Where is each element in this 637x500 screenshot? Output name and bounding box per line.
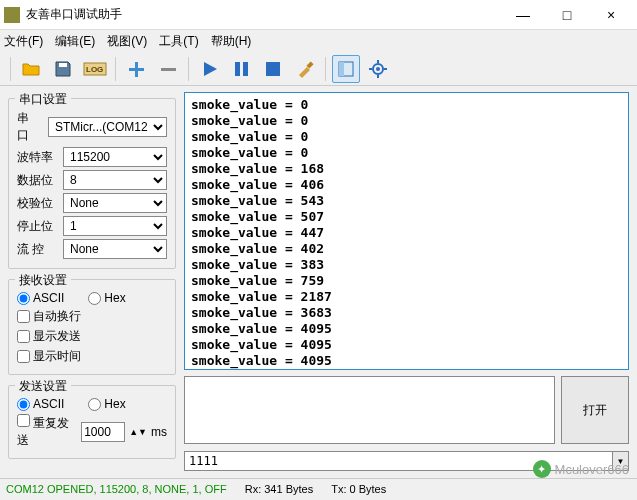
- titlebar: 友善串口调试助手 — □ ×: [0, 0, 637, 30]
- send-hex-radio[interactable]: Hex: [88, 397, 125, 411]
- showtime-check[interactable]: 显示时间: [17, 348, 81, 365]
- stopbits-select[interactable]: 1: [63, 216, 167, 236]
- svg-text:LOG: LOG: [86, 65, 103, 74]
- window-title: 友善串口调试助手: [26, 6, 501, 23]
- menu-help[interactable]: 帮助(H): [211, 33, 252, 50]
- recv-ascii-radio[interactable]: ASCII: [17, 291, 64, 305]
- send-textarea[interactable]: [184, 376, 555, 444]
- play-icon[interactable]: [195, 55, 223, 83]
- serial-settings-group: 串口设置 串 口STMicr...(COM12 波特率115200 数据位8 校…: [8, 98, 176, 269]
- send-ascii-radio[interactable]: ASCII: [17, 397, 64, 411]
- app-icon: [4, 7, 20, 23]
- baud-select[interactable]: 115200: [63, 147, 167, 167]
- log-icon[interactable]: LOG: [81, 55, 109, 83]
- svg-rect-0: [59, 63, 67, 67]
- menu-tools[interactable]: 工具(T): [159, 33, 198, 50]
- open-folder-icon[interactable]: [17, 55, 45, 83]
- menubar: 文件(F) 编辑(E) 视图(V) 工具(T) 帮助(H): [0, 30, 637, 52]
- menu-edit[interactable]: 编辑(E): [55, 33, 95, 50]
- port-select[interactable]: STMicr...(COM12: [48, 117, 167, 137]
- send-legend: 发送设置: [15, 378, 71, 395]
- gear-icon[interactable]: [364, 55, 392, 83]
- menu-file[interactable]: 文件(F): [4, 33, 43, 50]
- close-button[interactable]: ×: [589, 1, 633, 29]
- minus-icon[interactable]: [154, 55, 182, 83]
- svg-rect-7: [306, 61, 313, 68]
- showtx-check[interactable]: 显示发送: [17, 328, 81, 345]
- menu-view[interactable]: 视图(V): [107, 33, 147, 50]
- toolbar: LOG: [0, 52, 637, 86]
- svg-rect-3: [161, 68, 176, 71]
- command-dropdown-icon[interactable]: ▼: [613, 451, 629, 471]
- svg-rect-4: [235, 62, 240, 76]
- plus-icon[interactable]: [122, 55, 150, 83]
- save-icon[interactable]: [49, 55, 77, 83]
- statusbar: COM12 OPENED, 115200, 8, NONE, 1, OFF Rx…: [0, 478, 637, 498]
- brush-icon[interactable]: [291, 55, 319, 83]
- minimize-button[interactable]: —: [501, 1, 545, 29]
- svg-rect-9: [339, 62, 344, 76]
- repeat-check[interactable]: 重复发送: [17, 414, 77, 449]
- flow-select[interactable]: None: [63, 239, 167, 259]
- parity-select[interactable]: None: [63, 193, 167, 213]
- open-send-button[interactable]: 打开: [561, 376, 629, 444]
- recv-hex-radio[interactable]: Hex: [88, 291, 125, 305]
- databits-select[interactable]: 8: [63, 170, 167, 190]
- autowrap-check[interactable]: 自动换行: [17, 308, 81, 325]
- svg-point-11: [376, 67, 380, 71]
- recv-settings-group: 接收设置 ASCII Hex 自动换行 显示发送 显示时间: [8, 279, 176, 375]
- stop-icon[interactable]: [259, 55, 287, 83]
- right-panel: smoke_value = 0 smoke_value = 0 smoke_va…: [184, 86, 637, 478]
- send-settings-group: 发送设置 ASCII Hex 重复发送 ▲▼ ms: [8, 385, 176, 459]
- left-panel: 串口设置 串 口STMicr...(COM12 波特率115200 数据位8 校…: [0, 86, 184, 478]
- svg-rect-6: [266, 62, 280, 76]
- svg-rect-5: [243, 62, 248, 76]
- status-rx: Rx: 341 Bytes: [245, 483, 313, 495]
- status-tx: Tx: 0 Bytes: [331, 483, 386, 495]
- status-connection: COM12 OPENED, 115200, 8, NONE, 1, OFF: [6, 483, 227, 495]
- receive-textarea[interactable]: smoke_value = 0 smoke_value = 0 smoke_va…: [184, 92, 629, 370]
- panel-icon[interactable]: [332, 55, 360, 83]
- recv-legend: 接收设置: [15, 272, 71, 289]
- pause-icon[interactable]: [227, 55, 255, 83]
- serial-legend: 串口设置: [15, 91, 71, 108]
- command-input[interactable]: [184, 451, 613, 471]
- interval-input[interactable]: [81, 422, 125, 442]
- maximize-button[interactable]: □: [545, 1, 589, 29]
